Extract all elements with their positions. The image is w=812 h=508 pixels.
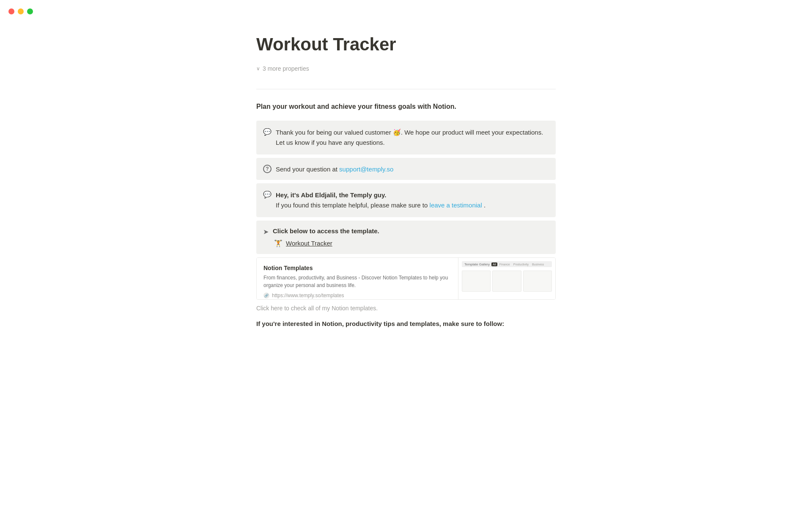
preview-card[interactable]: Notion Templates From finances, producti… xyxy=(256,257,556,300)
card-title: Notion Templates xyxy=(263,265,451,271)
callout-abd-body: If you found this template helpful, plea… xyxy=(276,202,486,209)
speech-bubbles-icon: 💬 xyxy=(263,190,272,199)
preview-card-image: Template Gallery All Finance Productivit… xyxy=(458,258,555,299)
traffic-lights xyxy=(8,8,33,14)
template-link-row: 🏋️ Workout Tracker xyxy=(263,239,549,247)
mini-card-3 xyxy=(523,271,552,292)
workout-tracker-link[interactable]: Workout Tracker xyxy=(286,240,332,247)
close-button[interactable] xyxy=(8,8,14,14)
minimize-button[interactable] xyxy=(18,8,24,14)
callout-send-question: ? Send your question at support@temply.s… xyxy=(256,158,556,180)
template-block: ➤ Click below to access the template. 🏋️… xyxy=(256,221,556,254)
preview-tab-business: Business xyxy=(531,262,545,266)
arrow-right-icon: ➤ xyxy=(263,228,269,236)
preview-tab-productivity: Productivity xyxy=(512,262,530,266)
send-question-label: Send your question at xyxy=(276,166,337,173)
main-content: Workout Tracker ∨ 3 more properties Plan… xyxy=(216,0,596,368)
chevron-down-icon: ∨ xyxy=(256,66,260,72)
preview-tabs: All Finance Productivity Business xyxy=(491,262,545,266)
callout-abd-title: Hey, it's Abd Eldjalil, the Temply guy. xyxy=(276,191,386,199)
preview-tab-all: All xyxy=(491,262,497,266)
preview-image-inner: Template Gallery All Finance Productivit… xyxy=(458,258,555,299)
card-url-row: 🔗 https://www.temply.so/templates xyxy=(263,293,451,298)
footer-link-text[interactable]: Click here to check all of my Notion tem… xyxy=(256,305,556,312)
callout-thank-you: 💬 Thank you for being our valued custome… xyxy=(256,121,556,155)
divider xyxy=(256,89,556,89)
card-url: https://www.temply.so/templates xyxy=(272,293,344,298)
support-email-link[interactable]: support@temply.so xyxy=(339,166,393,173)
maximize-button[interactable] xyxy=(27,8,33,14)
preview-tab-finance: Finance xyxy=(498,262,511,266)
url-favicon: 🔗 xyxy=(263,293,269,298)
mini-card-1 xyxy=(462,271,491,292)
template-header: ➤ Click below to access the template. xyxy=(263,227,549,236)
testimonial-link[interactable]: leave a testimonial xyxy=(430,202,482,209)
page-title: Workout Tracker xyxy=(256,34,556,55)
callout-thank-you-text: Thank you for being our valued customer … xyxy=(276,127,549,148)
preview-gallery-title: Template Gallery xyxy=(464,262,490,266)
callout-abd-text: Hey, it's Abd Eldjalil, the Temply guy. … xyxy=(276,190,486,210)
question-icon: ? xyxy=(263,165,272,173)
templates-link[interactable]: Click here to check all of my Notion tem… xyxy=(256,305,378,312)
mini-card-2 xyxy=(492,271,521,292)
dumbbell-icon: 🏋️ xyxy=(274,239,283,247)
preview-card-content: Notion Templates From finances, producti… xyxy=(257,258,458,299)
chat-icon: 💬 xyxy=(263,128,272,136)
preview-mini-cards xyxy=(462,271,552,292)
properties-row[interactable]: ∨ 3 more properties xyxy=(256,65,556,72)
properties-label: 3 more properties xyxy=(263,65,309,72)
page-subtitle: Plan your workout and achieve your fitne… xyxy=(256,103,556,110)
preview-header-bar: Template Gallery All Finance Productivit… xyxy=(462,261,552,267)
callout-abd: 💬 Hey, it's Abd Eldjalil, the Temply guy… xyxy=(256,183,556,217)
follow-text: If you're interested in Notion, producti… xyxy=(256,320,556,327)
send-question-text: Send your question at support@temply.so xyxy=(276,166,393,173)
card-description: From finances, productivity, and Busines… xyxy=(263,274,451,289)
template-block-title: Click below to access the template. xyxy=(273,227,379,235)
